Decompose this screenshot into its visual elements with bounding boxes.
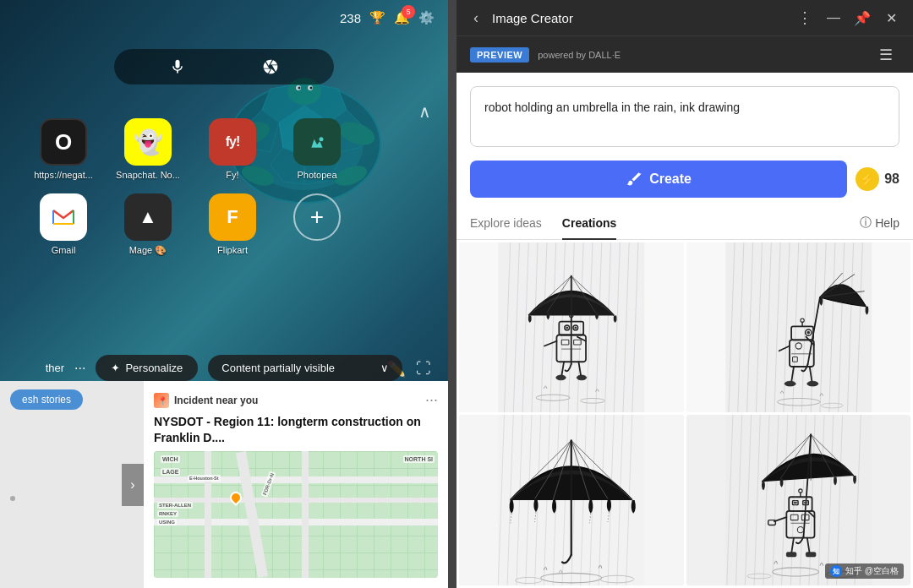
status-bar: 238 🏆 🔔 5 ⚙️ bbox=[340, 10, 435, 25]
svg-rect-165 bbox=[804, 502, 807, 504]
personalize-label: Personalize bbox=[125, 362, 183, 374]
add-app-button[interactable]: + bbox=[279, 193, 355, 256]
camera-icon[interactable] bbox=[262, 58, 279, 75]
svg-point-55 bbox=[566, 326, 568, 329]
image-creator-body: Create ⚡ 98 Explore ideas Creations ⓘ He… bbox=[456, 73, 913, 588]
prompt-area bbox=[456, 73, 913, 150]
personalize-button[interactable]: ✦ Personalize bbox=[96, 355, 198, 381]
window-controls: ⋮ — 📌 ✕ bbox=[793, 6, 903, 30]
android-screen: 238 🏆 🔔 5 ⚙️ ∧ O https://negat... 👻 bbox=[0, 0, 448, 588]
app-icon-gmail[interactable]: Gmail bbox=[25, 193, 101, 256]
news-more-icon[interactable]: ··· bbox=[425, 391, 438, 409]
microphone-icon[interactable] bbox=[169, 58, 186, 75]
create-button[interactable]: Create bbox=[470, 161, 847, 198]
bottom-overlay: esh stories › bbox=[0, 381, 448, 588]
more-dots-btn[interactable]: ··· bbox=[74, 361, 85, 376]
panel-divider bbox=[448, 0, 456, 588]
app-label-flipkart: Flipkart bbox=[217, 245, 248, 255]
close-button[interactable]: ✕ bbox=[879, 6, 903, 30]
hamburger-menu-button[interactable]: ☰ bbox=[872, 42, 899, 68]
credits-count: 98 bbox=[884, 172, 899, 187]
app-icon-photopea[interactable]: Photopea bbox=[279, 118, 355, 180]
chevron-up-icon[interactable]: ∧ bbox=[418, 101, 431, 122]
create-label: Create bbox=[649, 172, 692, 187]
zhihu-logo: 知 bbox=[830, 565, 842, 577]
news-source-icon: 📍 bbox=[154, 393, 169, 408]
app-label-fy: Fy! bbox=[226, 170, 238, 180]
app-label-photopea: Photopea bbox=[297, 170, 336, 180]
images-grid: 知 知乎 @空白格 bbox=[456, 240, 913, 589]
svg-rect-176 bbox=[806, 553, 816, 557]
svg-point-100 bbox=[785, 381, 795, 386]
create-row: Create ⚡ 98 bbox=[456, 150, 913, 208]
other-label: ther bbox=[46, 362, 64, 374]
generated-image-2[interactable] bbox=[686, 242, 911, 413]
fresh-stories-panel: esh stories › bbox=[0, 381, 144, 588]
generated-image-3[interactable] bbox=[459, 415, 684, 585]
content-visible-button[interactable]: Content partially visible ∨ bbox=[208, 355, 402, 381]
app-label-snapchat: Snapchat. No... bbox=[116, 170, 180, 180]
back-button[interactable]: ‹ bbox=[467, 6, 485, 30]
news-header: 📍 Incident near you ··· bbox=[154, 391, 438, 409]
fresh-stories-button[interactable]: esh stories bbox=[10, 389, 83, 410]
svg-point-63 bbox=[556, 375, 566, 380]
svg-text:📍: 📍 bbox=[157, 395, 168, 406]
search-bar[interactable] bbox=[114, 49, 334, 84]
app-icon-fy[interactable]: fy! Fy! bbox=[194, 118, 271, 180]
svg-point-64 bbox=[577, 375, 587, 380]
more-options-button[interactable]: ⋮ bbox=[793, 6, 817, 30]
app-grid: O https://negat... 👻 Snapchat. No... fy!… bbox=[25, 118, 355, 256]
svg-point-17 bbox=[310, 87, 313, 90]
generated-image-1[interactable] bbox=[459, 242, 684, 413]
help-button[interactable]: ⓘ Help bbox=[860, 215, 899, 231]
news-source: 📍 Incident near you bbox=[154, 393, 258, 408]
svg-point-16 bbox=[298, 87, 301, 90]
chevron-down-icon: ∨ bbox=[380, 362, 389, 374]
prompt-input[interactable] bbox=[470, 86, 899, 147]
map-preview: WICH LAGE STER-ALLEN RNKEY USING NORTH S… bbox=[154, 451, 438, 578]
app-icon-negatapp[interactable]: O https://negat... bbox=[25, 118, 101, 180]
notification-badge: 5 bbox=[402, 5, 415, 19]
titlebar: ‹ Image Creator ⋮ — 📌 ✕ bbox=[456, 0, 913, 35]
svg-rect-135 bbox=[725, 415, 872, 585]
lightning-icon: ⚡ bbox=[856, 167, 879, 191]
panel-title: Image Creator bbox=[492, 11, 786, 25]
svg-point-19 bbox=[320, 137, 324, 141]
app-label-mage: Mage 🎨 bbox=[129, 245, 167, 256]
svg-point-18 bbox=[306, 131, 329, 154]
create-wand-icon bbox=[626, 171, 642, 188]
news-title: NYSDOT - Region 11: longterm constructio… bbox=[154, 414, 438, 446]
watermark: 知 知乎 @空白格 bbox=[825, 564, 904, 579]
powered-by-text: powered by DALL·E bbox=[538, 50, 621, 60]
minimize-button[interactable]: — bbox=[822, 6, 845, 30]
help-label: Help bbox=[875, 216, 899, 230]
gear-icon: ⚙️ bbox=[418, 10, 435, 25]
svg-rect-175 bbox=[786, 553, 796, 557]
bell-icon-wrapper: 🔔 5 bbox=[394, 10, 410, 25]
svg-rect-67 bbox=[725, 242, 872, 413]
news-card[interactable]: 📍 Incident near you ··· NYSDOT - Region … bbox=[144, 381, 448, 588]
svg-point-93 bbox=[806, 330, 810, 334]
toolbar: PREVIEW powered by DALL·E ☰ bbox=[456, 35, 913, 73]
app-label-gmail: Gmail bbox=[52, 245, 76, 255]
bottom-actions-bar: ther ··· ✦ Personalize Content partially… bbox=[0, 355, 448, 381]
content-visible-text: Content partially visible bbox=[221, 362, 335, 374]
star-icon: ✦ bbox=[111, 362, 120, 374]
watermark-text: 知乎 @空白格 bbox=[845, 565, 899, 577]
status-count: 238 bbox=[340, 11, 361, 25]
app-icon-snapchat[interactable]: 👻 Snapchat. No... bbox=[110, 118, 186, 180]
help-circle-icon: ⓘ bbox=[860, 215, 872, 231]
preview-badge: PREVIEW bbox=[470, 47, 529, 63]
news-source-text: Incident near you bbox=[174, 395, 258, 406]
tabs-bar: Explore ideas Creations ⓘ Help bbox=[456, 208, 913, 240]
tab-explore[interactable]: Explore ideas bbox=[470, 208, 542, 240]
svg-point-56 bbox=[574, 326, 577, 329]
generated-image-4[interactable]: 知 知乎 @空白格 bbox=[686, 415, 911, 585]
tab-creations[interactable]: Creations bbox=[562, 208, 617, 240]
credits-display: ⚡ 98 bbox=[856, 167, 899, 191]
app-icon-mage[interactable]: ▲ Mage 🎨 bbox=[110, 193, 186, 256]
image-creator-panel: ‹ Image Creator ⋮ — 📌 ✕ PREVIEW powered … bbox=[456, 0, 913, 588]
pin-button[interactable]: 📌 bbox=[850, 6, 874, 30]
app-icon-flipkart[interactable]: F Flipkart bbox=[194, 193, 271, 256]
next-story-button[interactable]: › bbox=[122, 464, 144, 506]
